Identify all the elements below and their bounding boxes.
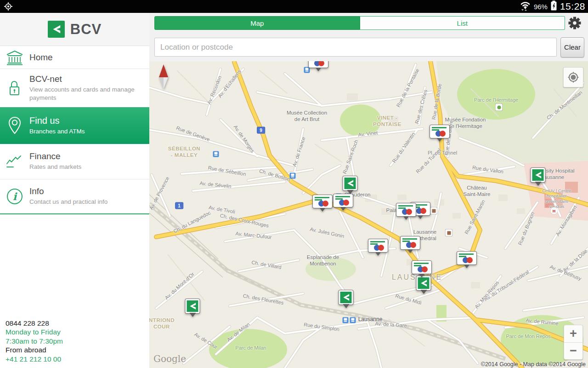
bank-icon	[0, 50, 29, 65]
map-label: Av. de Sévelin	[199, 180, 232, 190]
nav-subtitle: Contact us and practical info	[29, 198, 116, 206]
map-label: Av. de Cour	[193, 331, 218, 350]
map-label: Av. Mon-Repos	[474, 280, 500, 310]
branch-marker[interactable]	[186, 299, 200, 317]
map-label: Parc de Milan	[235, 345, 266, 351]
atm-marker[interactable]	[396, 203, 416, 220]
bank-card-icon	[334, 194, 353, 207]
nav-subtitle: Rates and markets	[29, 163, 90, 171]
map-label: Av. Recordon	[206, 75, 223, 105]
map-label: Rue de la Borde	[431, 83, 443, 121]
nav-subtitle: Branches and ATMs	[29, 127, 93, 136]
map-label: Av. Vinet	[358, 130, 378, 138]
battery-icon	[550, 0, 557, 13]
clear-button[interactable]: Clear	[560, 37, 584, 58]
search-input[interactable]	[154, 38, 557, 57]
branch-marker[interactable]	[339, 290, 353, 308]
compass-needle[interactable]	[158, 63, 170, 90]
atm-marker[interactable]	[401, 236, 420, 253]
battery-percent: 96%	[534, 3, 548, 11]
zoom-in-button[interactable]: +	[564, 325, 582, 342]
sidebar-item-info[interactable]: i Info Contact us and practical info	[0, 179, 149, 213]
bank-card-icon	[412, 261, 431, 274]
phone-number: 0844 228 228	[6, 319, 63, 328]
map-label: Rue Saint-Roch	[342, 139, 360, 174]
map-canvas[interactable]: LAUSANNESÉBEILLON - MALLEYVINET - PONTAI…	[149, 61, 588, 368]
abroad-label: From abroad	[6, 345, 63, 355]
branch-marker[interactable]	[343, 176, 357, 194]
padlock-icon	[0, 80, 29, 97]
map-label: Rue du Vallon	[472, 165, 503, 175]
atm-marker[interactable]	[368, 239, 388, 256]
map-label: Rue du Simplon	[303, 322, 339, 333]
zoom-control: + −	[564, 325, 583, 360]
map-label: Rue des Crêtes	[414, 89, 429, 124]
nav-label: BCV-net	[29, 74, 149, 84]
bcv-chevron-icon	[48, 21, 65, 38]
bank-card-icon	[309, 61, 328, 68]
tab-list[interactable]: List	[360, 16, 565, 30]
map-attribution: ©2014 Google - Map data ©2014 Google	[481, 361, 586, 368]
google-watermark: Google	[153, 353, 186, 364]
branch-marker[interactable]	[531, 168, 545, 186]
transit-station-icon	[290, 173, 296, 179]
map-label: VINET - PONTAISE	[373, 115, 401, 128]
atm-marker[interactable]	[313, 195, 332, 212]
route-shield: 9	[257, 127, 265, 134]
map-label: Av. de France	[291, 136, 306, 167]
sidebar-item-find-us[interactable]: Find us Branches and ATMs	[0, 107, 149, 144]
zoom-out-button[interactable]: −	[564, 342, 582, 360]
atm-marker[interactable]	[457, 252, 476, 268]
tab-map[interactable]: Map	[154, 16, 360, 30]
nav-subtitle: View accounts and cards and manage payme…	[29, 86, 149, 102]
sidebar-item-bcv-net[interactable]: BCV-net View accounts and cards and mana…	[0, 69, 149, 107]
settings-gear-icon[interactable]	[565, 14, 584, 32]
atm-marker[interactable]	[412, 261, 431, 277]
transit-station-icon	[213, 151, 219, 157]
atm-marker[interactable]	[430, 125, 449, 142]
status-bar: 96% 15:28	[0, 0, 588, 13]
bank-card-icon	[430, 125, 449, 138]
map-label: Musée Fondation de l'Hermitage	[445, 117, 486, 130]
search-bar: Clear	[149, 33, 588, 61]
map-label: Av. Montagibert	[554, 204, 578, 237]
map-label: Musée Collection de Art Brut	[287, 110, 327, 123]
route-shield: 1	[175, 202, 183, 209]
info-icon: i	[0, 188, 29, 205]
landmark-poi-icon	[446, 230, 452, 236]
map-label: Lausanne	[358, 316, 383, 322]
bcv-chevron-icon	[343, 176, 357, 190]
map-label: Av. de Morges	[232, 124, 256, 154]
map-label: Av. de la Dôle	[562, 248, 588, 274]
sidebar-item-home[interactable]: Home	[0, 46, 149, 69]
map-label: Rue de Sébeillon	[208, 165, 247, 178]
branch-marker[interactable]	[417, 276, 431, 294]
map-label: Ch. des Croix-Rouges	[220, 213, 270, 229]
map-label: Château Saint-Maire	[464, 185, 491, 198]
clock: 15:28	[560, 1, 585, 12]
landmark-poi-icon	[430, 207, 437, 214]
map-label: SÉBEILLON - MALLEY	[168, 146, 200, 159]
map-label: Av. de Milan	[226, 321, 251, 343]
nav-label: Finance	[29, 151, 90, 161]
map-label: Av. de la Gare	[375, 321, 407, 329]
nav-accent-line	[0, 213, 149, 214]
bcv-chevron-icon	[186, 299, 200, 313]
map-label: Parc de Mon Repos	[506, 334, 550, 339]
bank-card-icon	[401, 236, 420, 249]
gps-location-icon	[4, 2, 13, 13]
map-label: Rue du Tunnel	[415, 147, 442, 175]
map-label: Rue de Genève	[175, 125, 211, 143]
map-label: NTRIOND COUR	[149, 317, 175, 330]
map-label: Pl. du Tunnel	[428, 150, 457, 156]
my-location-button[interactable]	[563, 67, 583, 87]
map-label: Rue du Midi	[395, 293, 422, 306]
atm-marker[interactable]	[334, 194, 353, 211]
atm-marker[interactable]	[309, 61, 328, 71]
bcv-logo: BCV	[0, 13, 149, 46]
contact-block: 0844 228 228 Monday to Friday 7:30am to …	[6, 319, 63, 364]
map-label: Esplanade de Montbenon	[307, 254, 339, 267]
sidebar-item-finance[interactable]: Finance Rates and markets	[0, 144, 149, 179]
opening-days: Monday to Friday	[6, 328, 63, 337]
abroad-phone[interactable]: +41 21 212 10 00	[6, 355, 63, 364]
